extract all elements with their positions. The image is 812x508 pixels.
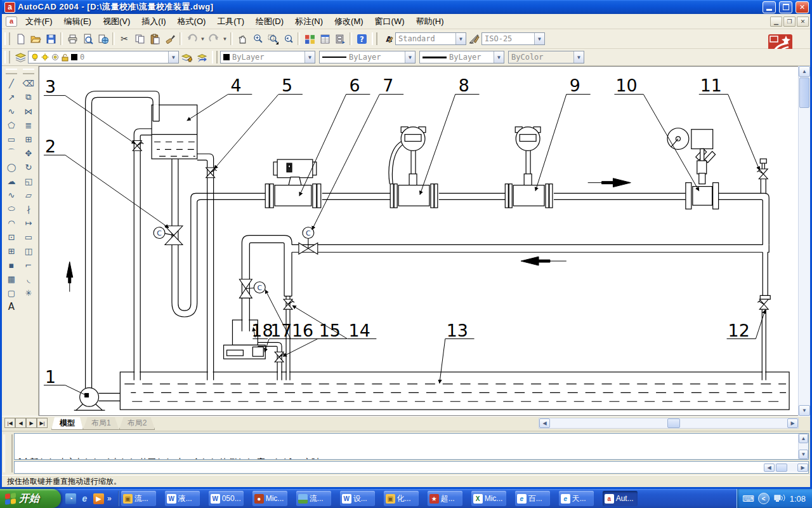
plot-style-combo[interactable]: ByColor ▼ bbox=[508, 51, 584, 64]
match-properties-button[interactable] bbox=[162, 31, 178, 46]
minimize-button[interactable] bbox=[763, 1, 776, 13]
hatch-button[interactable]: ▦ bbox=[4, 272, 19, 286]
tab-last-button[interactable]: ▶| bbox=[37, 418, 48, 428]
rotate-button[interactable]: ↻ bbox=[22, 160, 36, 174]
break-at-point-button[interactable]: ▭ bbox=[22, 230, 36, 244]
tab-layout2[interactable]: 布局2 bbox=[119, 417, 155, 430]
tray-collapse-icon[interactable]: < bbox=[758, 493, 769, 504]
rectangle-button[interactable]: ▭ bbox=[4, 132, 19, 146]
scroll-down-button[interactable]: ▼ bbox=[799, 405, 810, 416]
menu-format[interactable]: 格式(O) bbox=[172, 15, 212, 29]
dim-style-button[interactable] bbox=[466, 31, 481, 46]
erase-button[interactable]: ⌫ bbox=[22, 76, 36, 90]
model-space-canvas[interactable]: C C C bbox=[39, 66, 798, 416]
zoom-window-button[interactable] bbox=[265, 31, 280, 46]
fillet-button[interactable]: ◟ bbox=[22, 272, 36, 286]
plot-button[interactable] bbox=[65, 31, 80, 46]
make-block-button[interactable]: ⊞ bbox=[4, 244, 19, 258]
task-button-6[interactable]: W设... bbox=[340, 491, 375, 506]
arc-button[interactable]: ⌒ bbox=[4, 146, 19, 160]
command-history[interactable]: [全部(A)/中心点(C)/动态(D)/范围(E)/上一个(P)/比例(S)/窗… bbox=[14, 433, 809, 460]
point-button[interactable]: ▪ bbox=[4, 258, 19, 272]
task-button-5[interactable]: 流... bbox=[296, 491, 331, 506]
child-restore-button[interactable]: ❐ bbox=[783, 17, 796, 27]
command-window-grip[interactable] bbox=[3, 434, 13, 472]
menu-modify[interactable]: 修改(M) bbox=[329, 15, 369, 29]
canvas-horizontal-scrollbar[interactable]: ◀ ▶ bbox=[539, 418, 799, 429]
scroll-right-button[interactable]: ▶ bbox=[797, 464, 808, 472]
mirror-button[interactable]: ⋈ bbox=[22, 104, 36, 118]
move-button[interactable]: ✥ bbox=[22, 146, 36, 160]
toolbar-grip[interactable] bbox=[4, 32, 10, 45]
task-button-10[interactable]: e百... bbox=[515, 491, 550, 506]
menu-tools[interactable]: 工具(T) bbox=[211, 15, 250, 29]
task-button-3[interactable]: W050... bbox=[209, 491, 244, 506]
task-button-7[interactable]: ▣化... bbox=[384, 491, 419, 506]
command-hscrollbar[interactable]: ◀ ▶ bbox=[764, 463, 808, 472]
command-input-line[interactable]: ◀ ▶ bbox=[14, 461, 809, 474]
task-button-1[interactable]: ▣流... bbox=[121, 491, 156, 506]
menu-insert[interactable]: 插入(I) bbox=[136, 15, 171, 29]
trim-button[interactable]: ∤ bbox=[22, 202, 36, 216]
menu-help[interactable]: 帮助(H) bbox=[410, 15, 450, 29]
toolbar-grip[interactable] bbox=[23, 69, 34, 74]
design-center-button[interactable] bbox=[332, 31, 348, 46]
redo-button[interactable] bbox=[206, 31, 221, 46]
save-button[interactable] bbox=[43, 31, 58, 46]
color-combo[interactable]: ByLayer ▼ bbox=[220, 51, 315, 64]
dim-style-combo[interactable]: ISO-25 ▼ bbox=[481, 32, 545, 45]
ellipse-arc-button[interactable]: ◠ bbox=[4, 216, 19, 230]
combo-dropdown-icon[interactable]: ▼ bbox=[168, 51, 178, 63]
scroll-down-button[interactable]: ▼ bbox=[799, 450, 808, 459]
combo-dropdown-icon[interactable]: ▼ bbox=[405, 51, 415, 63]
menu-draw[interactable]: 绘图(D) bbox=[250, 15, 289, 29]
mtext-button[interactable]: A bbox=[4, 300, 19, 314]
scroll-left-button[interactable]: ◀ bbox=[764, 464, 775, 472]
close-button[interactable]: ✕ bbox=[796, 1, 809, 13]
toolbar-grip[interactable] bbox=[4, 51, 10, 64]
pan-button[interactable] bbox=[235, 31, 250, 46]
toolbar-grip[interactable] bbox=[212, 51, 218, 64]
lineweight-combo[interactable]: ByLayer ▼ bbox=[419, 51, 504, 64]
autocad-app-icon[interactable]: a bbox=[4, 2, 15, 13]
redo-dropdown[interactable]: ▼ bbox=[221, 32, 228, 46]
task-button-4[interactable]: ●Mic... bbox=[252, 491, 287, 506]
menu-window[interactable]: 窗口(W) bbox=[369, 15, 410, 29]
tool-palettes-button[interactable] bbox=[302, 31, 317, 46]
properties-button[interactable] bbox=[317, 31, 332, 46]
scale-button[interactable]: ◱ bbox=[22, 174, 36, 188]
offset-button[interactable]: ≣ bbox=[22, 118, 36, 132]
scroll-thumb[interactable] bbox=[667, 418, 680, 428]
menu-edit[interactable]: 编辑(E) bbox=[58, 15, 97, 29]
open-button[interactable] bbox=[28, 31, 43, 46]
canvas-vertical-scrollbar[interactable]: ▲ ▼ bbox=[798, 66, 810, 416]
revision-cloud-button[interactable]: ☁ bbox=[4, 174, 19, 188]
extend-button[interactable]: ↦ bbox=[22, 216, 36, 230]
layer-previous-button[interactable] bbox=[194, 50, 209, 65]
line-button[interactable]: ╱ bbox=[4, 76, 19, 90]
zoom-previous-button[interactable] bbox=[280, 31, 296, 46]
region-button[interactable]: ▢ bbox=[4, 286, 19, 300]
task-button-autocad[interactable]: aAut... bbox=[603, 491, 638, 506]
publish-button[interactable] bbox=[95, 31, 110, 46]
new-button[interactable] bbox=[13, 31, 28, 46]
toolbar-grip[interactable] bbox=[372, 32, 377, 45]
toolbar-grip[interactable] bbox=[6, 69, 17, 74]
layers-manager-button[interactable] bbox=[13, 50, 28, 65]
child-minimize-button[interactable]: ▁ bbox=[770, 17, 782, 27]
break-button[interactable]: ◫ bbox=[22, 244, 36, 258]
scroll-right-button[interactable]: ▶ bbox=[787, 418, 798, 428]
scroll-thumb[interactable] bbox=[776, 464, 787, 472]
internet-explorer-icon[interactable]: e bbox=[79, 493, 90, 504]
menu-file[interactable]: 文件(F) bbox=[20, 15, 58, 29]
text-style-combo[interactable]: Standard ▼ bbox=[395, 32, 466, 45]
make-layer-current-button[interactable] bbox=[179, 50, 194, 65]
paste-button[interactable] bbox=[147, 31, 162, 46]
child-close-button[interactable]: ✕ bbox=[797, 17, 809, 27]
combo-dropdown-icon[interactable]: ▼ bbox=[573, 51, 584, 63]
tab-first-button[interactable]: |◀ bbox=[4, 418, 15, 428]
scroll-left-button[interactable]: ◀ bbox=[539, 418, 550, 428]
task-button-2[interactable]: W液... bbox=[165, 491, 200, 506]
start-button[interactable]: 开始 bbox=[0, 489, 61, 508]
copy-button[interactable] bbox=[132, 31, 147, 46]
